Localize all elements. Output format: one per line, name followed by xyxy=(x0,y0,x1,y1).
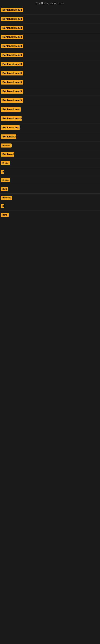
result-row: Bottleneck result xyxy=(0,33,100,42)
bottleneck-badge[interactable]: Bottleneck result xyxy=(1,8,23,12)
result-row: Bottlene xyxy=(0,194,100,202)
bottleneck-badge[interactable]: Bottleneck result xyxy=(1,89,23,94)
site-title: TheBottlenecker.com xyxy=(0,0,100,6)
bottleneck-badge[interactable]: Bottle xyxy=(1,178,10,182)
result-row: Bottleneck xyxy=(0,150,100,159)
result-row: Bottlen xyxy=(0,142,100,150)
bottleneck-badge[interactable]: B xyxy=(1,170,4,174)
result-row: Bottleneck r xyxy=(0,132,100,142)
bottleneck-badge[interactable]: Bottleneck result xyxy=(1,44,23,48)
bottleneck-badge[interactable]: Bottleneck result xyxy=(1,26,23,30)
result-row: Bottleneck result xyxy=(0,42,100,51)
result-row: Bottleneck result xyxy=(0,60,100,69)
bottleneck-badge[interactable]: Bottleneck result xyxy=(1,35,23,39)
bottleneck-badge[interactable]: Bottleneck result xyxy=(1,17,23,21)
result-row: Bottleneck result xyxy=(0,24,100,33)
bottleneck-badge[interactable]: Bottlene xyxy=(1,196,12,200)
bottleneck-badge[interactable]: Bottleneck result xyxy=(1,53,23,57)
result-row: Bottle xyxy=(0,159,100,168)
results-container: Bottleneck resultBottleneck resultBottle… xyxy=(0,6,100,219)
bottleneck-badge[interactable]: Bottleneck resu xyxy=(1,107,21,112)
bottleneck-badge[interactable]: Bottleneck xyxy=(1,152,14,156)
result-row: B xyxy=(0,168,100,176)
result-row: Bottleneck result xyxy=(0,15,100,24)
bottleneck-badge[interactable]: Bottleneck result xyxy=(1,80,23,84)
bottleneck-badge[interactable]: Bottleneck r xyxy=(1,134,16,139)
bottleneck-badge[interactable]: Bottleneck resu xyxy=(1,126,20,130)
bottleneck-badge[interactable]: Bottleneck result xyxy=(1,71,23,76)
result-row: Bottleneck resu xyxy=(0,105,100,114)
bottleneck-badge[interactable]: Bottleneck result xyxy=(1,98,23,103)
result-row: Bottleneck result xyxy=(0,51,100,60)
result-row: Bott xyxy=(0,185,100,194)
bottleneck-badge[interactable]: Bottle xyxy=(1,161,10,165)
result-row: Bottle xyxy=(0,176,100,185)
result-row: Bottleneck result xyxy=(0,6,100,15)
bottleneck-badge[interactable]: Bottleneck result xyxy=(1,116,22,121)
result-row: Bottleneck resu xyxy=(0,123,100,132)
result-row: Bottleneck result xyxy=(0,96,100,105)
result-row: Bottleneck result xyxy=(0,69,100,78)
result-row: Bottleneck result xyxy=(0,78,100,87)
bottleneck-badge[interactable]: Bott xyxy=(1,187,8,191)
result-row: B xyxy=(0,202,100,211)
bottleneck-badge[interactable]: Bottleneck result xyxy=(1,62,23,66)
bottleneck-badge[interactable]: Bottl xyxy=(1,213,9,217)
result-row: Bottleneck result xyxy=(0,87,100,96)
result-row: Bottleneck result xyxy=(0,114,100,123)
bottleneck-badge[interactable]: B xyxy=(1,204,4,208)
result-row: Bottl xyxy=(0,211,100,219)
bottleneck-badge[interactable]: Bottlen xyxy=(1,144,12,148)
site-header: TheBottlenecker.com xyxy=(0,0,100,6)
